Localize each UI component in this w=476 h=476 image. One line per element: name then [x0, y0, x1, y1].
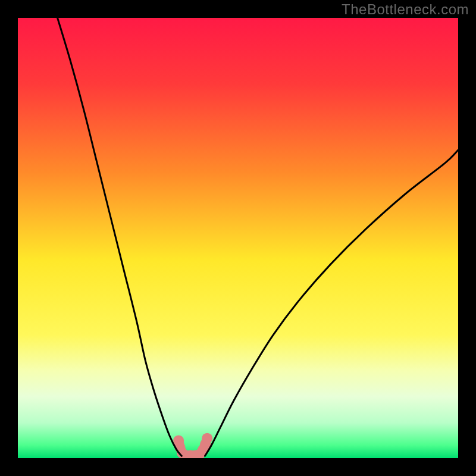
chart-svg: [18, 18, 458, 458]
plot-area: [18, 18, 458, 458]
watermark-text: TheBottleneck.com: [342, 1, 469, 18]
valley-zone-point: [202, 433, 212, 444]
chart-frame: TheBottleneck.com: [0, 0, 476, 476]
